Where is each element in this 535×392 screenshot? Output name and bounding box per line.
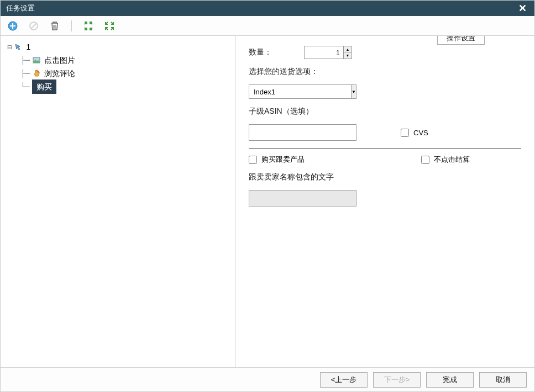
collapse-icon xyxy=(104,21,114,31)
delete-button[interactable] xyxy=(48,19,61,33)
asin-input[interactable] xyxy=(249,124,356,141)
asin-label-row: 子级ASIN（选填） xyxy=(249,107,521,116)
cvs-checkbox-wrap[interactable]: CVS xyxy=(401,129,428,137)
divider xyxy=(249,149,521,149)
sellername-input xyxy=(249,190,356,206)
sellername-label-row: 跟卖卖家名称包含的文字 xyxy=(249,172,521,182)
sellername-label: 跟卖卖家名称包含的文字 xyxy=(249,172,334,182)
plus-circle-icon xyxy=(8,21,18,31)
trash-icon xyxy=(50,21,59,31)
dialog-window: 任务设置 ✕ xyxy=(0,0,535,392)
prev-button[interactable]: <上一步 xyxy=(320,372,368,388)
quantity-stepper[interactable]: ▲ ▼ xyxy=(304,46,352,59)
quantity-input[interactable] xyxy=(305,46,343,59)
settings-pane: 操作设置 数量： ▲ ▼ 选择您的送货选项： ▼ xyxy=(235,36,534,367)
add-button[interactable] xyxy=(6,19,19,33)
nocheckout-label: 不点击结算 xyxy=(434,155,470,165)
quantity-row: 数量： ▲ ▼ xyxy=(249,46,521,59)
shipping-label-row: 选择您的送货选项： xyxy=(249,67,521,77)
disabled-button xyxy=(27,19,40,33)
image-icon xyxy=(32,56,41,65)
collapse-button[interactable] xyxy=(103,19,116,33)
asin-label: 子级ASIN（选填） xyxy=(249,107,313,116)
titlebar: 任务设置 ✕ xyxy=(1,1,534,16)
panel-legend: 操作设置 xyxy=(437,36,485,45)
circle-slash-icon xyxy=(29,21,39,31)
toolbar xyxy=(1,16,534,36)
sellername-row xyxy=(249,190,521,206)
tree-item-label: 购买 xyxy=(32,80,56,94)
tree-item-label: 点击图片 xyxy=(43,53,76,67)
shipping-label: 选择您的送货选项： xyxy=(249,67,318,77)
quantity-label: 数量： xyxy=(249,47,298,57)
spin-down-button[interactable]: ▼ xyxy=(344,52,352,59)
close-icon[interactable]: ✕ xyxy=(516,2,529,14)
followsell-checkbox[interactable] xyxy=(249,156,257,164)
spin-up-button[interactable]: ▲ xyxy=(344,46,352,52)
toolbar-separator xyxy=(71,20,72,31)
followsell-label: 购买跟卖产品 xyxy=(261,155,305,165)
hand-icon xyxy=(32,69,41,78)
tree-pane: ⊟ 1 ├─ 点击图片 ├─ xyxy=(1,36,235,367)
cvs-label: CVS xyxy=(413,129,428,137)
shipping-select-row: ▼ xyxy=(249,84,521,99)
cvs-checkbox[interactable] xyxy=(401,129,409,137)
shipping-select[interactable]: ▼ xyxy=(249,84,356,99)
tree-item-click-image[interactable]: ├─ 点击图片 xyxy=(5,54,230,67)
expand-button[interactable] xyxy=(82,19,95,33)
next-button: 下一步> xyxy=(373,372,421,388)
cancel-button[interactable]: 取消 xyxy=(479,372,527,388)
tree-item-browse-reviews[interactable]: ├─ 浏览评论 xyxy=(5,67,230,80)
nocheckout-checkbox-wrap[interactable]: 不点击结算 xyxy=(421,155,470,165)
nocheckout-checkbox[interactable] xyxy=(421,156,429,164)
dialog-body: ⊟ 1 ├─ 点击图片 ├─ xyxy=(1,36,534,367)
chevron-down-icon[interactable]: ▼ xyxy=(351,85,356,98)
expand-icon xyxy=(83,21,93,31)
tree-item-label: 浏览评论 xyxy=(43,66,76,81)
cursor-icon xyxy=(14,43,23,51)
tree-root-label: 1 xyxy=(25,40,32,54)
window-title: 任务设置 xyxy=(6,3,516,13)
task-tree: ⊟ 1 ├─ 点击图片 ├─ xyxy=(5,40,230,93)
tree-item-purchase[interactable]: └─ 购买 xyxy=(5,80,230,93)
asin-row: CVS xyxy=(249,124,521,141)
followsell-checkbox-wrap[interactable]: 购买跟卖产品 xyxy=(249,155,305,165)
finish-button[interactable]: 完成 xyxy=(426,372,474,388)
shipping-value[interactable] xyxy=(249,85,351,98)
tree-root[interactable]: ⊟ 1 xyxy=(5,40,230,54)
dialog-footer: <上一步 下一步> 完成 取消 xyxy=(1,367,534,391)
followsell-row: 购买跟卖产品 不点击结算 xyxy=(249,155,470,165)
